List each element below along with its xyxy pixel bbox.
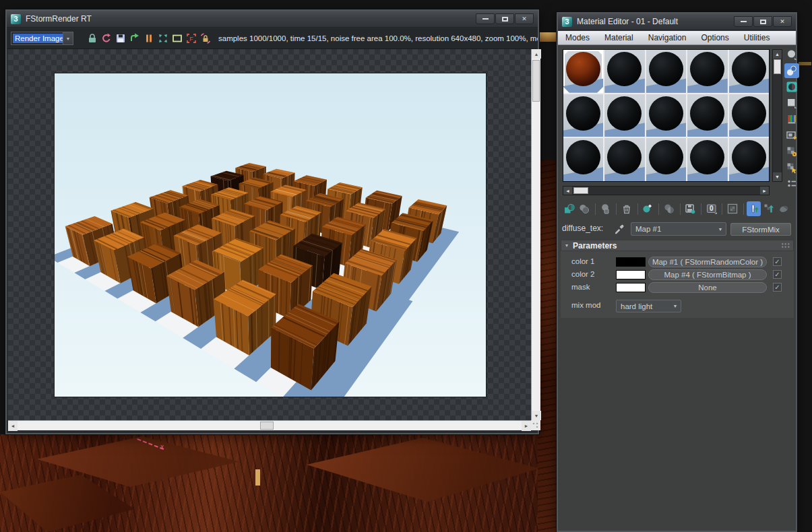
material-sample-sphere bbox=[566, 140, 600, 174]
color-swatch[interactable] bbox=[616, 257, 646, 267]
scroll-down-button[interactable]: ▼ bbox=[773, 172, 782, 181]
parameters-rollout-header[interactable]: ▾ Parameters bbox=[561, 240, 794, 251]
reset-map-icon[interactable] bbox=[619, 201, 633, 216]
material-navigator-icon[interactable] bbox=[784, 176, 799, 191]
material-slot-2[interactable] bbox=[604, 50, 644, 93]
menu-material[interactable]: Material bbox=[597, 33, 641, 42]
material-slot-10[interactable] bbox=[729, 94, 769, 137]
show-in-viewport-icon[interactable] bbox=[725, 201, 739, 216]
assign-to-selection-icon[interactable] bbox=[598, 201, 613, 216]
checkbox[interactable]: ✓ bbox=[773, 270, 782, 279]
material-id-icon[interactable]: 0 bbox=[704, 201, 718, 216]
close-button[interactable]: ✕ bbox=[773, 16, 792, 27]
save-icon[interactable] bbox=[114, 32, 127, 44]
sample-sphere-icon[interactable] bbox=[784, 47, 799, 62]
mat-titlebar[interactable]: 3 Material Editor - 01 - Default ✕ bbox=[558, 13, 796, 30]
make-preview-icon[interactable] bbox=[784, 128, 799, 143]
close-button[interactable]: ✕ bbox=[515, 13, 534, 24]
put-to-scene-icon[interactable] bbox=[577, 201, 591, 216]
material-slot-8[interactable] bbox=[646, 94, 686, 137]
video-color-check-icon[interactable] bbox=[784, 112, 799, 127]
scroll-down-button[interactable]: ▼ bbox=[532, 411, 541, 420]
background-icon[interactable] bbox=[784, 79, 799, 94]
show-end-result-icon[interactable] bbox=[747, 201, 761, 216]
material-slot-4[interactable] bbox=[687, 50, 727, 93]
color-swatch[interactable] bbox=[616, 270, 646, 279]
checkbox[interactable]: ✓ bbox=[773, 257, 782, 266]
fit-view-icon[interactable] bbox=[156, 32, 169, 44]
material-slot-5[interactable] bbox=[729, 50, 769, 93]
mix-mode-dropdown[interactable]: hard light▼ bbox=[616, 300, 681, 312]
get-material-icon[interactable] bbox=[562, 201, 576, 216]
checkbox[interactable]: ✓ bbox=[773, 283, 782, 292]
material-slot-12[interactable] bbox=[604, 138, 644, 181]
go-to-parent-icon[interactable] bbox=[761, 201, 776, 216]
menu-utilities[interactable]: Utilities bbox=[737, 33, 778, 42]
region-icon[interactable] bbox=[170, 32, 183, 44]
material-slot-7[interactable] bbox=[604, 94, 644, 137]
go-forward-sibling-icon[interactable] bbox=[777, 201, 791, 216]
viewport-wood-strip bbox=[538, 160, 557, 532]
maximize-button[interactable] bbox=[753, 16, 772, 27]
frame-icon[interactable]: F bbox=[185, 32, 197, 44]
scroll-right-button[interactable]: ► bbox=[522, 421, 531, 431]
lock-icon[interactable] bbox=[86, 32, 98, 44]
map-slot-button[interactable]: Map #1 ( FStormRandomColor ) bbox=[648, 257, 767, 267]
material-slot-13[interactable] bbox=[646, 138, 686, 181]
scroll-left-button[interactable]: ◄ bbox=[563, 187, 572, 195]
material-sample-sphere bbox=[607, 96, 642, 131]
toolbar-separator bbox=[637, 203, 638, 215]
menu-modes[interactable]: Modes bbox=[558, 33, 597, 42]
eyedropper-icon[interactable] bbox=[613, 222, 627, 236]
menu-navigation[interactable]: Navigation bbox=[641, 33, 694, 42]
material-slot-11[interactable] bbox=[563, 138, 603, 181]
material-slot-3[interactable] bbox=[646, 50, 686, 93]
rt-titlebar[interactable]: 3 FStormRender RT ✕ bbox=[7, 11, 538, 28]
color-swatch[interactable] bbox=[616, 283, 646, 292]
maximize-button[interactable] bbox=[495, 13, 514, 24]
scroll-thumb[interactable] bbox=[774, 59, 781, 74]
menu-options[interactable]: Options bbox=[693, 33, 736, 42]
rt-horizontal-scrollbar[interactable]: ◄ ► bbox=[8, 420, 531, 430]
material-slot-15[interactable] bbox=[729, 138, 769, 181]
resize-grip[interactable] bbox=[532, 422, 540, 430]
refresh-icon[interactable] bbox=[100, 32, 113, 44]
make-copy-icon[interactable] bbox=[641, 201, 655, 216]
put-to-library-icon[interactable] bbox=[683, 201, 697, 216]
toolbar-separator bbox=[701, 203, 701, 215]
scroll-up-button[interactable]: ▲ bbox=[532, 49, 541, 59]
material-slot-1[interactable] bbox=[563, 50, 603, 93]
slots-vertical-scrollbar[interactable]: ▲ ▼ bbox=[772, 49, 782, 182]
minimize-button[interactable] bbox=[734, 16, 753, 27]
fstormmix-button[interactable]: FStormMix bbox=[730, 223, 791, 236]
sample-type-icon[interactable] bbox=[784, 63, 799, 78]
auto-lock-icon[interactable] bbox=[199, 32, 212, 44]
map-slot-button[interactable]: Map #4 ( FStormBitmap ) bbox=[648, 269, 767, 280]
export-icon[interactable] bbox=[128, 32, 141, 44]
scroll-thumb[interactable] bbox=[573, 187, 588, 194]
material-slot-14[interactable] bbox=[687, 138, 727, 181]
material-slot-6[interactable] bbox=[563, 94, 603, 137]
mat-window-title: Material Editor - 01 - Default bbox=[577, 17, 678, 26]
scroll-thumb[interactable] bbox=[260, 422, 274, 430]
material-slot-9[interactable] bbox=[687, 94, 727, 137]
make-unique-icon[interactable] bbox=[662, 201, 676, 216]
map-slot-button[interactable]: None bbox=[648, 282, 767, 293]
pause-icon[interactable] bbox=[142, 32, 155, 44]
select-by-material-icon[interactable] bbox=[784, 160, 799, 175]
minimize-button[interactable] bbox=[476, 13, 495, 24]
rollout-collapse-icon[interactable]: ▾ bbox=[565, 242, 568, 248]
scroll-thumb[interactable] bbox=[532, 60, 540, 102]
scroll-left-button[interactable]: ◄ bbox=[8, 421, 18, 431]
sample-uv-tiling-icon[interactable] bbox=[784, 96, 799, 110]
scroll-right-button[interactable]: ► bbox=[760, 187, 769, 195]
rt-vertical-scrollbar[interactable]: ▲ ▼ bbox=[531, 49, 540, 420]
chevron-down-icon[interactable]: ▼ bbox=[63, 32, 73, 44]
scroll-up-button[interactable]: ▲ bbox=[773, 50, 782, 59]
fstorm-render-window: 3 FStormRender RT ✕ Render Image ▼ F sam… bbox=[5, 9, 539, 434]
slots-horizontal-scrollbar[interactable]: ◄ ► bbox=[563, 186, 770, 195]
options-icon[interactable] bbox=[784, 144, 799, 159]
material-sample-sphere bbox=[649, 96, 683, 131]
render-mode-dropdown[interactable]: Render Image ▼ bbox=[11, 32, 73, 45]
map-dropdown[interactable]: Map #1 ▼ bbox=[631, 222, 726, 236]
